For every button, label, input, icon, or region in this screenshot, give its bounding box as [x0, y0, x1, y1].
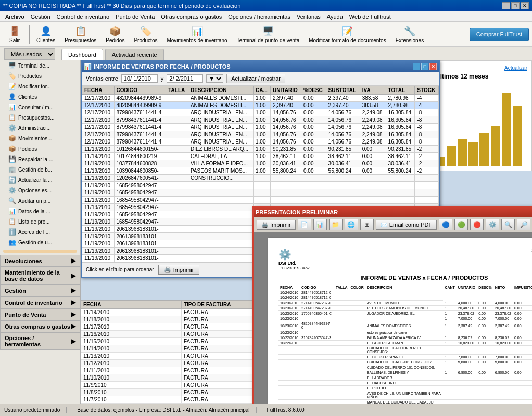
menu-control[interactable]: Control de inventario [54, 12, 113, 21]
prev-grid-btn[interactable]: ⊞ [360, 219, 374, 230]
list-item: CUIDADO DEL PERRO-101 CONSEJOS: [278, 365, 532, 370]
sidebar-item-pedidos[interactable]: 📦 Pedidos [0, 144, 80, 154]
tab-actividad[interactable]: Actividad reciente [105, 49, 164, 60]
menu-ayuda[interactable]: Ayuda [324, 12, 346, 21]
sidebar-item-opciones-es[interactable]: ⚙️ Opciones es... [0, 185, 80, 196]
sidebar-item-actualizar[interactable]: 🔄 Actualizar la ... [0, 175, 80, 185]
prev-zoom-in-btn[interactable]: 🔵 [439, 219, 452, 230]
devoluciones-expand[interactable]: Devoluciones ▶ [0, 255, 80, 267]
presupuestos-icon: 📋 [74, 25, 87, 37]
terminal-icon: 🖥️ [262, 25, 274, 37]
sidebar-item-respaldar[interactable]: 💾 Respaldar la ... [0, 154, 80, 164]
list-item: 10/24/20102814490518712-0 [278, 290, 532, 295]
col-talla[interactable]: TALLA [166, 86, 188, 95]
date-from-input[interactable] [121, 74, 158, 83]
prev-pdf-btn[interactable]: 📄 [298, 219, 311, 230]
col-unitario[interactable]: UNITARIO [271, 86, 301, 95]
col-ca[interactable]: CA... [254, 86, 271, 95]
list-item: 10/23/2010esto es práctica de carro [278, 330, 532, 335]
tool-extensiones[interactable]: 🔧 Extensiones [392, 23, 427, 45]
tool-pedidos[interactable]: 📦 Pedidos [102, 23, 128, 45]
email-icon: ✉️ [381, 222, 388, 228]
opciones-expand[interactable]: Opciones / herramientas ▶ [0, 332, 80, 350]
sidebar-item-clientes[interactable]: 👤 Clientes [0, 92, 80, 102]
col-codigo[interactable]: CODIGO [114, 86, 166, 95]
sales-maximize-btn[interactable]: □ [421, 63, 428, 70]
pv-expand[interactable]: Punto de Venta ▶ [0, 308, 80, 320]
maximize-btn[interactable]: □ [511, 2, 520, 9]
filter-bar: Ventas entre y ▼ Actualizar / mostrar [82, 72, 439, 86]
tool-modificar[interactable]: 📝 Modificar formato de documentos [305, 23, 389, 45]
tool-clientes[interactable]: 👤 Clientes [33, 23, 59, 45]
prev-settings-btn[interactable]: ⚙️ [486, 219, 499, 230]
tool-productos[interactable]: 🏷️ Productos [130, 23, 161, 45]
col-subtotal[interactable]: SUBTOTAL [326, 86, 360, 95]
and-label: y [161, 75, 164, 82]
prev-search-btn[interactable]: 🔍 [501, 219, 515, 230]
period-select[interactable]: ▼ [206, 74, 223, 83]
title-bar-buttons: ─ □ ✕ [502, 2, 529, 9]
prev-web-btn[interactable]: 🌐 [345, 219, 358, 230]
col-desc[interactable]: %DESC [301, 86, 326, 95]
prev-folder-btn[interactable]: 📁 [329, 219, 343, 230]
prev-xls-btn[interactable]: 📊 [313, 219, 327, 230]
col-total[interactable]: TOTAL [386, 86, 415, 95]
preview-logo: ⚙️ [278, 248, 310, 261]
sidebar-item-auditar[interactable]: 🔍 Auditar un p... [0, 196, 80, 206]
menu-web[interactable]: Web de Fulltrust [346, 12, 394, 21]
sidebar-item-lista[interactable]: 📋 Lista de pro... [0, 216, 80, 227]
sidebar-item-movimientos[interactable]: 📦 Movimientos... [0, 133, 80, 144]
table-row: 12/17/201087998437611441-4ARQ INDUSTRIAL… [82, 116, 439, 124]
actualizar-btn[interactable]: Actualizar / mostrar [226, 74, 285, 83]
otras-expand[interactable]: Otras compras o gastos ▶ [0, 320, 80, 332]
col-fecha[interactable]: FECHA [82, 86, 115, 95]
sidebar-item-productos[interactable]: 🏷️ Productos [0, 71, 80, 81]
mas-usados-dropdown[interactable]: Más usados [4, 48, 55, 60]
sidebar-item-admin[interactable]: ⚙️ Administraci... [0, 123, 80, 133]
buy-button[interactable]: Comprar FullTrust [470, 28, 529, 41]
menu-ventanas[interactable]: Ventanas [294, 12, 324, 21]
preview-logo-area: ⚙️ DSI Ltd. +1 323 319 8457 [278, 248, 310, 270]
sidebar-item-gestion-b[interactable]: 🏢 Gestión de b... [0, 164, 80, 175]
modificar-icon: 📝 [341, 25, 353, 37]
sidebar-item-terminal[interactable]: 🖥️ Terminal de... [0, 60, 80, 71]
tool-salir[interactable]: 🚪 Salir [3, 23, 26, 45]
col-stock[interactable]: STOCK [415, 86, 439, 95]
minimize-btn[interactable]: ─ [502, 2, 510, 9]
sidebar-item-datos[interactable]: 📊 Datos de la ... [0, 206, 80, 216]
sidebar-item-presupuestos[interactable]: 📋 Presupuestos... [0, 112, 80, 123]
preview-email-btn[interactable]: ✉️ Email como PDF [376, 220, 437, 230]
sidebar-item-consultar[interactable]: 📊 Consultar / m... [0, 102, 80, 112]
control-expand[interactable]: Control de inventario ▶ [0, 296, 80, 308]
prev-zoom-out-btn[interactable]: 🟢 [454, 219, 468, 230]
menu-otras[interactable]: Otras compras o gastos [158, 12, 225, 21]
prev-zoom-btn[interactable]: 🔎 [517, 219, 530, 230]
sidebar-item-gestion-u[interactable]: 👥 Gestión de u... [0, 237, 80, 248]
tab-dashboard[interactable]: Dashboard [61, 49, 103, 60]
sidebar-item-modificar[interactable]: 📝 Modificar for... [0, 81, 80, 92]
mantenimiento-expand[interactable]: Mantenimiento de la base de datos ▶ [0, 267, 80, 284]
preview-print-btn[interactable]: 🖨️ Imprimir [257, 220, 296, 230]
menu-pv[interactable]: Punto de Venta [112, 12, 158, 21]
close-btn[interactable]: ✕ [521, 2, 529, 9]
menu-gestion[interactable]: Gestión [28, 12, 54, 21]
sales-close-btn[interactable]: ✕ [429, 63, 437, 70]
toolbar: 🚪 Salir 👤 Clientes 📋 Presupuestos 📦 Pedi… [0, 22, 532, 47]
gestion-expand[interactable]: Gestión ▶ [0, 284, 80, 296]
chart-bar [479, 133, 489, 166]
prev-color-btn[interactable]: 🔴 [470, 219, 484, 230]
tool-presupuestos[interactable]: 📋 Presupuestos [61, 23, 100, 45]
col-descripcion[interactable]: DESCRIPCION [188, 86, 253, 95]
list-item: BALLENAS, DELFINES Y16,900.000.006,900.0… [278, 370, 532, 375]
tool-movimientos[interactable]: 📊 Movimientos de inventario [163, 23, 231, 45]
list-item: 10/23/20101755940365401-CJUGADOR DE AJED… [278, 311, 532, 316]
menu-opciones[interactable]: Opciones / herramientas [225, 12, 294, 21]
menu-archivo[interactable]: Archivo [2, 12, 28, 21]
date-to-input[interactable] [167, 74, 203, 83]
print-btn[interactable]: 🖨️ Imprimir [158, 265, 200, 275]
sidebar-item-acerca[interactable]: ℹ️ Acerca de F... [0, 227, 80, 237]
col-iva[interactable]: IVA [360, 86, 386, 95]
list-item: MANUAL DEL CUIDADO DEL CABALLO [278, 400, 532, 404]
sales-minimize-btn[interactable]: ─ [413, 63, 420, 70]
tool-terminal[interactable]: 🖥️ Terminal de punto de venta [233, 23, 303, 45]
